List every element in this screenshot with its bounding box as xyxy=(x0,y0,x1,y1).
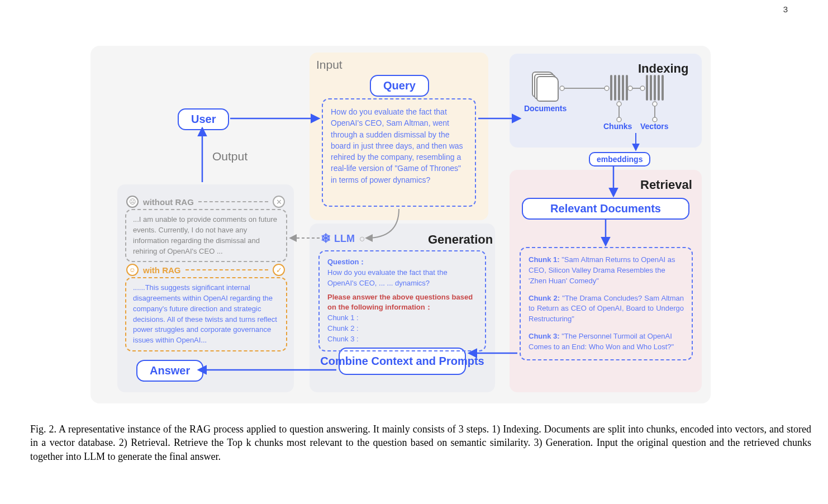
snowflake-icon: ❄ xyxy=(321,231,331,246)
prompt-chunk1: Chunk 1 : xyxy=(327,313,477,324)
prompt-chunk2: Chunk 2 : xyxy=(327,324,477,334)
prompt-chunk3: Chunk 3 : xyxy=(327,334,477,345)
node-embeddings: embeddings xyxy=(589,152,650,167)
prompt-box: Question： How do you evaluate the fact t… xyxy=(318,250,486,351)
query-body: How do you evaluate the fact that OpenAI… xyxy=(331,107,463,184)
with-rag-text: ......This suggests significant internal… xyxy=(133,283,277,344)
cross-icon: ✕ xyxy=(273,196,285,208)
without-rag-header: ☹ without RAG ✕ xyxy=(126,196,285,208)
node-combine: Combine Context and Prompts xyxy=(339,348,466,375)
chunk3-label: Chunk 3: xyxy=(529,332,560,340)
query-text-box: How do you evaluate the fact that OpenAI… xyxy=(322,98,476,207)
chunk1-label: Chunk 1: xyxy=(529,255,560,264)
label-indexing: Indexing xyxy=(638,61,688,76)
retrieved-chunks-box: Chunk 1: "Sam Altman Returns to OpenAI a… xyxy=(520,247,693,360)
prompt-instruction: Please answer the above questions based … xyxy=(327,292,477,313)
figure-caption: Fig. 2. A representative instance of the… xyxy=(30,422,811,463)
vectors-icon xyxy=(646,75,664,101)
llm-label: LLM xyxy=(334,233,355,245)
node-query: Query xyxy=(370,75,429,97)
node-answer: Answer xyxy=(136,360,203,382)
without-rag-box: ...I am unable to provide comments on fu… xyxy=(125,209,287,262)
with-rag-box: ......This suggests significant internal… xyxy=(125,277,287,351)
happy-face-icon: ☺ xyxy=(126,264,139,276)
prompt-question-body: How do you evaluate the fact that the Op… xyxy=(327,268,477,289)
node-user: User xyxy=(178,108,229,130)
without-rag-label: without RAG xyxy=(143,197,194,207)
chunk2-label: Chunk 2: xyxy=(529,294,560,302)
node-llm: ❄ LLM ○ xyxy=(321,231,365,246)
documents-label: Documents xyxy=(524,104,567,113)
label-input: Input xyxy=(316,58,342,72)
without-rag-text: ...I am unable to provide comments on fu… xyxy=(133,215,277,255)
label-retrieval: Retrieval xyxy=(640,178,692,192)
label-generation: Generation xyxy=(428,232,493,247)
chunks-label: Chunks xyxy=(603,122,632,131)
sad-face-icon: ☹ xyxy=(126,196,139,208)
vectors-label: Vectors xyxy=(640,122,669,131)
with-rag-label: with RAG xyxy=(143,265,181,275)
check-icon: ✓ xyxy=(273,264,285,276)
rag-diagram: Input Output Indexing Retrieval Generati… xyxy=(91,46,711,403)
page-number: 3 xyxy=(783,4,788,14)
chunks-icon xyxy=(610,75,628,101)
prompt-question-head: Question： xyxy=(327,257,477,268)
label-output: Output xyxy=(212,150,248,163)
node-relevant-docs: Relevant Documents xyxy=(522,198,689,220)
with-rag-header: ☺ with RAG ✓ xyxy=(126,264,285,276)
documents-icon xyxy=(532,72,560,99)
